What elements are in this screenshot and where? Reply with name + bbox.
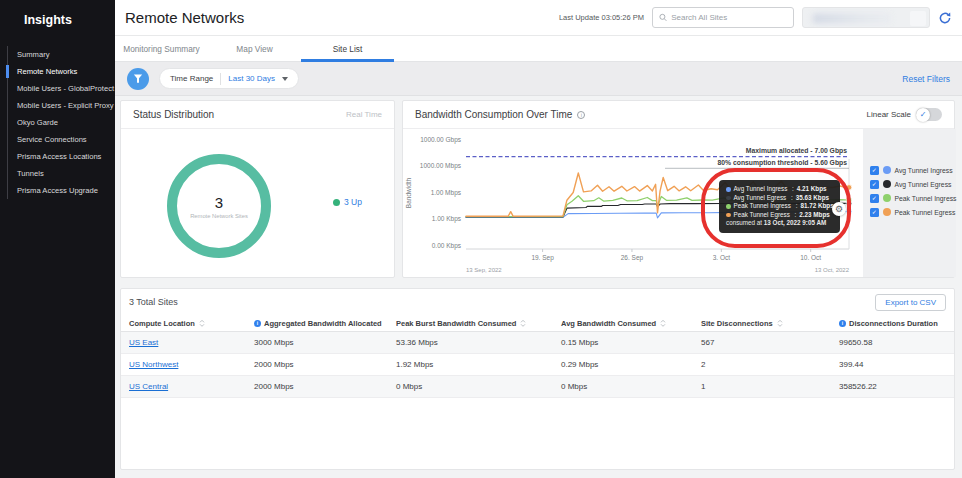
donut-label: Remote Network Sites xyxy=(188,213,250,219)
tab-monitoring-summary[interactable]: Monitoring Summary xyxy=(115,36,208,61)
search-input[interactable] xyxy=(671,13,787,22)
tooltip-separator: : xyxy=(794,202,798,211)
real-time-badge: Real Time xyxy=(346,110,382,119)
sort-icon[interactable] xyxy=(519,319,527,328)
switch-knob-check-icon: ✓ xyxy=(916,108,930,122)
sidebar-item-service-connections[interactable]: Service Connections xyxy=(8,131,115,148)
sort-icon[interactable] xyxy=(776,319,784,328)
legend-label: Avg Tunnel Ingress xyxy=(895,167,953,174)
cell-site-disconnections: 567 xyxy=(701,338,839,347)
table-row: US Central2000 Mbps0 Mbps0 Mbps1358526.2… xyxy=(121,376,954,398)
column-label: Aggregated Bandwidth Allocated xyxy=(264,319,382,328)
tab-site-list[interactable]: Site List xyxy=(301,36,394,61)
legend-item-peak-tunnel-ingress: ✓Peak Tunnel Ingress xyxy=(870,194,956,203)
legend-label: Peak Tunnel Egress xyxy=(895,209,956,216)
column-header-avg-bandwidth-consumed[interactable]: Avg Bandwidth Consumed xyxy=(561,319,701,328)
export-csv-button[interactable]: Export to CSV xyxy=(875,294,946,311)
column-header-peak-burst-bandwidth-consumed[interactable]: Peak Burst Bandwidth Consumed xyxy=(396,319,561,328)
sidebar-item-prisma-access-locations[interactable]: Prisma Access Locations xyxy=(8,148,115,165)
sidebar-item-okyo-garde[interactable]: Okyo Garde xyxy=(8,114,115,131)
cell-compute-location[interactable]: US Northwest xyxy=(129,360,254,369)
sidebar-item-mobile-users-globalprotect[interactable]: Mobile Users - GlobalProtect xyxy=(8,80,115,97)
tooltip-series-dot-icon xyxy=(726,187,731,192)
table-row: US Northwest2000 Mbps1.92 Mbps0.29 Mbps2… xyxy=(121,354,954,376)
checkbox-checked-icon[interactable]: ✓ xyxy=(870,180,879,189)
tooltip-series-label: Peak Tunnel Ingress xyxy=(734,202,791,211)
cell-compute-location[interactable]: US Central xyxy=(129,382,254,391)
search-box[interactable] xyxy=(652,7,794,28)
sidebar-item-mobile-users-explicit-proxy[interactable]: Mobile Users - Explicit Proxy xyxy=(8,97,115,114)
tooltip-row-peak-tunnel-ingress: Peak Tunnel Ingress : 81.72 Kbps xyxy=(726,202,833,211)
sidebar-item-prisma-access-upgrade[interactable]: Prisma Access Upgrade xyxy=(8,182,115,199)
tooltip-separator: : xyxy=(789,194,793,203)
legend-label: Peak Tunnel Ingress xyxy=(895,195,957,202)
series-dot-icon xyxy=(883,180,891,188)
main-area: Remote Networks Last Update 03:05:26 PM … xyxy=(115,0,962,478)
status-donut-chart[interactable]: 3 Remote Network Sites xyxy=(167,154,271,258)
funnel-icon xyxy=(133,74,143,84)
sidebar-item-tunnels[interactable]: Tunnels xyxy=(8,165,115,182)
table-row: US East3000 Mbps53.36 Mbps0.15 Mbps56799… xyxy=(121,332,954,354)
column-label: Peak Burst Bandwidth Consumed xyxy=(396,319,516,328)
sidebar-item-summary[interactable]: Summary xyxy=(8,46,115,63)
sort-icon[interactable] xyxy=(198,319,206,328)
top-bar: Remote Networks Last Update 03:05:26 PM xyxy=(115,0,962,36)
y-tick-label: 1.00 Mbps xyxy=(431,189,462,197)
x-tick-label: 3. Oct xyxy=(713,254,731,261)
filter-bar: Time Range Last 30 Days Reset Filters xyxy=(115,62,962,96)
time-range-value[interactable]: Last 30 Days xyxy=(228,74,275,83)
time-range-filter[interactable]: Time Range Last 30 Days xyxy=(159,68,299,89)
refresh-icon[interactable] xyxy=(938,11,952,25)
top-bar-right: Last Update 03:05:26 PM xyxy=(559,7,952,28)
info-icon[interactable]: i xyxy=(577,111,585,119)
cell-disconnections-duration: 358526.22 xyxy=(839,382,946,391)
checkbox-checked-icon[interactable]: ✓ xyxy=(870,166,879,175)
redacted-tenant-selector[interactable] xyxy=(802,7,930,28)
gear-cursor-icon[interactable]: ⚙ xyxy=(832,202,846,216)
bandwidth-card-body: Bandwidth1000.00 Gbps1000.00 Mbps1.00 Mb… xyxy=(403,129,954,277)
cell-site-disconnections: 2 xyxy=(701,360,839,369)
linear-scale-switch[interactable]: ✓ xyxy=(916,108,942,121)
tooltip-series-label: Avg Tunnel Egress xyxy=(734,194,787,203)
tab-map-view[interactable]: Map View xyxy=(208,36,301,61)
last-update-text: Last Update 03:05:26 PM xyxy=(559,13,644,22)
info-icon[interactable]: i xyxy=(254,320,261,327)
site-link[interactable]: US Northwest xyxy=(129,360,178,369)
tooltip-series-label: Avg Tunnel Ingress xyxy=(734,185,788,194)
max-allocated-label: Maximum allocated - 7.00 Gbps xyxy=(746,147,847,155)
checkbox-checked-icon[interactable]: ✓ xyxy=(870,208,879,217)
sort-icon[interactable] xyxy=(659,319,667,328)
series-dot-icon xyxy=(883,166,891,174)
tooltip-series-dot-icon xyxy=(726,204,731,209)
site-link[interactable]: US Central xyxy=(129,382,168,391)
chevron-down-icon xyxy=(282,77,288,81)
tooltip-series-value: 4.21 Kbps xyxy=(797,185,827,194)
reset-filters-link[interactable]: Reset Filters xyxy=(902,74,950,84)
x-tick-label: 26. Sep xyxy=(621,254,644,262)
sidebar-item-remote-networks[interactable]: Remote Networks xyxy=(8,63,115,80)
up-status-dot-icon xyxy=(333,199,340,206)
table-body: US East3000 Mbps53.36 Mbps0.15 Mbps56799… xyxy=(121,332,954,398)
total-sites-title: 3 Total Sites xyxy=(129,297,178,307)
info-icon[interactable]: i xyxy=(839,320,846,327)
cell-site-disconnections: 1 xyxy=(701,382,839,391)
checkbox-checked-icon[interactable]: ✓ xyxy=(870,194,879,203)
sidebar-menu: SummaryRemote NetworksMobile Users - Glo… xyxy=(7,46,115,199)
column-header-site-disconnections[interactable]: Site Disconnections xyxy=(701,319,839,328)
series-end-marker-peak-tunnel-ingress xyxy=(846,197,852,203)
tooltip-series-dot-icon xyxy=(726,213,731,218)
status-distribution-card: Status Distribution Real Time 3 Remote N… xyxy=(120,100,395,278)
column-header-disconnections-duration[interactable]: iDisconnections Duration xyxy=(839,319,946,328)
series-dot-icon xyxy=(883,194,891,202)
donut-count: 3 xyxy=(215,194,223,211)
site-link[interactable]: US East xyxy=(129,338,158,347)
x-tick-label: 10. Oct xyxy=(800,254,821,261)
column-header-compute-location[interactable]: Compute Location xyxy=(129,319,254,328)
status-legend[interactable]: 3 Up xyxy=(333,197,362,207)
column-header-aggregated-bandwidth-allocated[interactable]: iAggregated Bandwidth Allocated xyxy=(254,319,396,328)
cell-compute-location[interactable]: US East xyxy=(129,338,254,347)
cell-peak-burst-bandwidth-consumed: 1.92 Mbps xyxy=(396,360,561,369)
filter-button[interactable] xyxy=(127,68,149,90)
series-end-marker-avg-tunnel-ingress xyxy=(846,209,852,215)
bandwidth-card-title: Bandwidth Consumption Over Time xyxy=(415,109,572,120)
